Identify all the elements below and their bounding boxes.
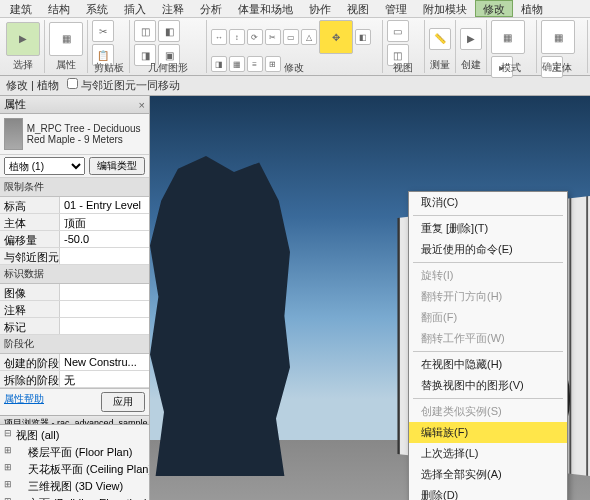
- menu-插入[interactable]: 插入: [116, 0, 154, 17]
- ribbon-group-label: 属性: [56, 57, 76, 73]
- ribbon-group-label: 剪贴板: [94, 60, 124, 76]
- context-menu-item: 翻面(F): [409, 307, 567, 328]
- prop-value[interactable]: [60, 318, 149, 334]
- prop-key: 注释: [0, 301, 60, 317]
- browser-header: 项目浏览器 - rac_advanced_sample_...: [0, 415, 149, 425]
- ribbon-group-label: 修改: [284, 60, 304, 76]
- prop-key: 标记: [0, 318, 60, 334]
- optbar-check[interactable]: 与邻近图元一同移动: [67, 78, 180, 93]
- prop-value[interactable]: [60, 301, 149, 317]
- tree-node[interactable]: 三维视图 (3D View): [2, 478, 147, 495]
- ribbon-group-label: 测量: [430, 57, 450, 73]
- menu-结构[interactable]: 结构: [40, 0, 78, 17]
- context-menu-item: 翻转开门方向(H): [409, 286, 567, 307]
- section-constraints: 限制条件: [0, 178, 149, 197]
- menu-植物[interactable]: 植物: [513, 0, 551, 17]
- ribbon-button[interactable]: ↕: [229, 29, 245, 45]
- prop-value[interactable]: New Constru...: [60, 354, 149, 370]
- tree-root[interactable]: 视图 (all): [2, 427, 147, 444]
- context-menu-item: 旋转(I): [409, 265, 567, 286]
- props-help-link[interactable]: 属性帮助: [4, 392, 44, 412]
- props-title: 属性: [4, 97, 26, 112]
- ribbon-group-label: 创建: [461, 57, 481, 73]
- context-menu-item[interactable]: 在视图中隐藏(H): [409, 354, 567, 375]
- context-menu-item[interactable]: 选择全部实例(A): [409, 464, 567, 485]
- ribbon-group-label: 选择: [13, 57, 33, 73]
- ribbon-button[interactable]: △: [301, 29, 317, 45]
- prop-key: 与邻近图元一同...: [0, 248, 60, 264]
- ribbon-button[interactable]: ✥: [319, 20, 353, 54]
- menu-注释[interactable]: 注释: [154, 0, 192, 17]
- ribbon-button[interactable]: ▭: [283, 29, 299, 45]
- context-menu-item: 翻转工作平面(W): [409, 328, 567, 349]
- prop-key: 标高: [0, 197, 60, 213]
- ribbon-button[interactable]: ✂: [92, 20, 114, 42]
- context-menu-item[interactable]: 最近使用的命令(E): [409, 239, 567, 260]
- context-menu-item[interactable]: 编辑族(F): [409, 422, 567, 443]
- section-identity: 标识数据: [0, 265, 149, 284]
- prop-value[interactable]: -50.0: [60, 231, 149, 247]
- ribbon-button[interactable]: ◧: [355, 29, 371, 45]
- context-menu-item[interactable]: 删除(D): [409, 485, 567, 500]
- menu-管理[interactable]: 管理: [377, 0, 415, 17]
- ribbon-button[interactable]: ✂: [265, 29, 281, 45]
- menu-分析[interactable]: 分析: [192, 0, 230, 17]
- context-menu-item[interactable]: 替换视图中的图形(V): [409, 375, 567, 396]
- ribbon-button[interactable]: ◧: [158, 20, 180, 42]
- ribbon-button[interactable]: ▦: [229, 56, 245, 72]
- context-menu-item[interactable]: 上次选择(L): [409, 443, 567, 464]
- prop-value[interactable]: [60, 284, 149, 300]
- prop-value[interactable]: 顶面: [60, 214, 149, 230]
- type-selector[interactable]: 植物 (1): [4, 157, 85, 175]
- tree-node[interactable]: 楼层平面 (Floor Plan): [2, 444, 147, 461]
- ribbon-button[interactable]: ≡: [247, 56, 263, 72]
- context-menu-item: 创建类似实例(S): [409, 401, 567, 422]
- menu-修改[interactable]: 修改: [475, 0, 513, 17]
- prop-key: 创建的阶段: [0, 354, 60, 370]
- menu-视图[interactable]: 视图: [339, 0, 377, 17]
- ribbon-group-label: 主体: [552, 60, 572, 76]
- ribbon-group-label: 视图: [393, 60, 413, 76]
- prop-value[interactable]: 01 - Entry Level: [60, 197, 149, 213]
- family-name: M_RPC Tree - Deciduous Red Maple - 9 Met…: [27, 123, 145, 145]
- context-menu-item[interactable]: 取消(C): [409, 192, 567, 213]
- 3d-viewport[interactable]: 取消(C)重复 [删除](T)最近使用的命令(E)旋转(I)翻转开门方向(H)翻…: [150, 96, 590, 500]
- ribbon-button[interactable]: ▦: [491, 20, 525, 54]
- context-menu-item[interactable]: 重复 [删除](T): [409, 218, 567, 239]
- prop-key: 图像: [0, 284, 60, 300]
- selected-tree[interactable]: [150, 156, 290, 476]
- menu-建筑[interactable]: 建筑: [2, 0, 40, 17]
- menu-附加模块[interactable]: 附加模块: [415, 0, 475, 17]
- ribbon-button[interactable]: ▭: [387, 20, 409, 42]
- prop-value[interactable]: 无: [60, 371, 149, 387]
- ribbon-group-label: 几何图形: [148, 60, 188, 76]
- optbar-context: 修改 | 植物: [6, 78, 59, 93]
- menu-体量和场地[interactable]: 体量和场地: [230, 0, 301, 17]
- close-icon[interactable]: ×: [139, 99, 145, 111]
- ribbon-button[interactable]: ▶: [6, 22, 40, 56]
- menu-协作[interactable]: 协作: [301, 0, 339, 17]
- prop-value[interactable]: [60, 248, 149, 264]
- family-thumb: [4, 118, 23, 150]
- ribbon-button[interactable]: ⟳: [247, 29, 263, 45]
- context-menu: 取消(C)重复 [删除](T)最近使用的命令(E)旋转(I)翻转开门方向(H)翻…: [408, 191, 568, 500]
- ribbon-button[interactable]: ◨: [211, 56, 227, 72]
- ribbon-button[interactable]: ⊞: [265, 56, 281, 72]
- ribbon-button[interactable]: ◫: [134, 20, 156, 42]
- prop-key: 主体: [0, 214, 60, 230]
- section-phasing: 阶段化: [0, 335, 149, 354]
- ribbon-button[interactable]: ↔: [211, 29, 227, 45]
- menu-系统[interactable]: 系统: [78, 0, 116, 17]
- ribbon-button[interactable]: ▦: [49, 22, 83, 56]
- prop-key: 偏移量: [0, 231, 60, 247]
- ribbon-button[interactable]: ▦: [541, 20, 575, 54]
- edit-type-button[interactable]: 编辑类型: [89, 157, 145, 175]
- apply-button[interactable]: 应用: [101, 392, 145, 412]
- tree-node[interactable]: 天花板平面 (Ceiling Plan): [2, 461, 147, 478]
- prop-key: 拆除的阶段: [0, 371, 60, 387]
- ribbon-button[interactable]: 📏: [429, 28, 451, 50]
- tree-node[interactable]: 立面 (Building Elevation): [2, 495, 147, 500]
- ribbon-group-label: 模式: [501, 60, 521, 76]
- ribbon-button[interactable]: ▶: [460, 28, 482, 50]
